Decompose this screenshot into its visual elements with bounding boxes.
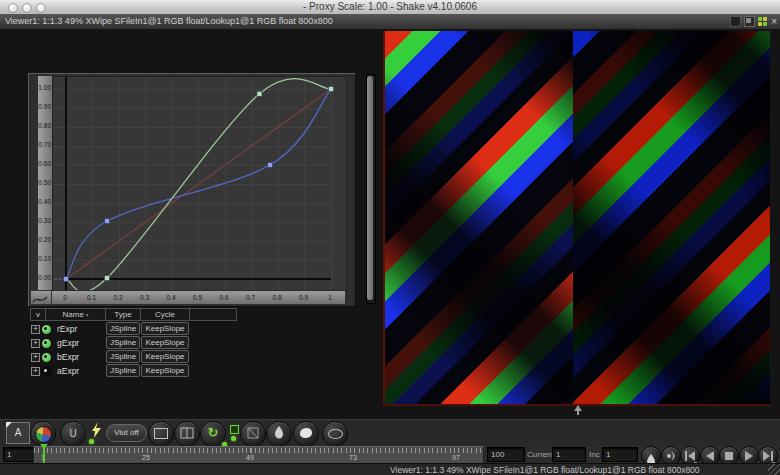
y-tick-label: 0.60 — [38, 160, 51, 167]
table-row[interactable]: +gExprJSplineKeepSlope — [30, 336, 237, 349]
x-tick-label: 0.1 — [87, 294, 96, 301]
cycle-dropdown[interactable]: KeepSlope — [141, 322, 189, 335]
timeline-frame-label: 25 — [142, 454, 150, 461]
render-bolt-indicator[interactable] — [90, 422, 104, 444]
x-tick-label: 0.2 — [113, 294, 122, 301]
resize-grip-icon[interactable] — [768, 464, 780, 475]
type-dropdown[interactable]: JSpline — [106, 350, 140, 363]
wipe-left-image[interactable] — [384, 31, 573, 404]
curve-name: bExpr — [57, 352, 79, 362]
flipbook-button[interactable] — [266, 421, 292, 447]
ellipse-icon — [328, 429, 343, 439]
color-wheel-icon — [35, 426, 52, 443]
table-header-Type[interactable]: Type — [106, 308, 141, 321]
table-row[interactable]: +bExprJSplineKeepSlope — [30, 350, 237, 363]
ellipse-button[interactable] — [322, 421, 348, 447]
x-tick-label: 0.3 — [140, 294, 149, 301]
cycle-dropdown[interactable]: KeepSlope — [141, 364, 189, 377]
y-tick-label: 0.50 — [38, 179, 51, 186]
curve-tool-button[interactable] — [30, 290, 52, 305]
curve-editor-scrollbar[interactable] — [366, 74, 376, 304]
table-header-v[interactable]: v — [30, 308, 46, 321]
blob-icon — [300, 428, 312, 438]
dod-button[interactable] — [240, 421, 266, 447]
shake-window: - Proxy Scale: 1.00 - Shake v4.10.0606 V… — [0, 0, 780, 475]
viewer-tab-bar: Viewer1: 1:1.3 49% XWipe SFileIn1@1 RGB … — [0, 14, 780, 30]
status-indicator[interactable] — [229, 422, 239, 444]
current-frame-field[interactable]: 1 — [552, 447, 586, 462]
type-dropdown[interactable]: JSpline — [106, 364, 140, 377]
table-row[interactable]: +rExprJSplineKeepSlope — [30, 322, 237, 335]
cycle-dropdown[interactable]: KeepSlope — [141, 336, 189, 349]
timeline-frame-label: 97 — [452, 454, 460, 461]
timeline-frame-label: 73 — [349, 454, 357, 461]
y-tick-label: 0.90 — [38, 103, 51, 110]
playhead-icon — [40, 444, 48, 449]
update-button[interactable]: U — [60, 421, 86, 447]
x-tick-label: 0.9 — [299, 294, 308, 301]
roi-button[interactable] — [148, 421, 174, 447]
inc-field[interactable]: 1 — [602, 447, 638, 462]
viewer-bar-icons: × — [730, 16, 777, 27]
window-title: - Proxy Scale: 1.00 - Shake v4.10.0606 — [0, 1, 780, 12]
grid-dots-icon[interactable] — [758, 17, 768, 27]
channel-visibility-icon[interactable] — [41, 324, 52, 335]
close-icon[interactable]: × — [771, 17, 777, 27]
y-tick-label: -0.00 — [36, 274, 51, 281]
curve-name: aExpr — [57, 366, 79, 376]
channel-visibility-icon[interactable] — [41, 352, 52, 363]
curve-name: gExpr — [57, 338, 79, 348]
type-dropdown[interactable]: JSpline — [106, 322, 140, 335]
timeline-ruler[interactable]: 25497397 1 — [33, 446, 484, 464]
expand-icon[interactable]: + — [31, 339, 40, 348]
timeline-frame-label: 49 — [246, 454, 254, 461]
curve-plot[interactable] — [52, 76, 347, 292]
compare-button[interactable] — [174, 421, 200, 447]
titlebar: - Proxy Scale: 1.00 - Shake v4.10.0606 — [0, 0, 780, 15]
table-row[interactable]: +aExprJSplineKeepSlope — [30, 364, 237, 377]
layers-icon[interactable] — [744, 16, 755, 27]
current-label: Current — [527, 450, 554, 459]
table-header-Name[interactable]: Name ▾ — [46, 308, 106, 321]
table-header-Cycle[interactable]: Cycle — [141, 308, 190, 321]
refresh-icon: ↻ — [208, 425, 219, 440]
viewer-info-text: Viewer1: 1:1.3 49% XWipe SFileIn1@1 RGB … — [5, 16, 333, 26]
broadcast-monitor-button[interactable]: A — [6, 422, 30, 444]
rectangle-icon — [154, 428, 168, 439]
x-tick-label: 0.4 — [166, 294, 175, 301]
vlut-button[interactable]: Vlut off — [106, 424, 147, 442]
y-tick-label: 0.40 — [38, 198, 51, 205]
y-tick-label: 0.70 — [38, 141, 51, 148]
curve-name: rExpr — [57, 324, 77, 334]
start-frame-field[interactable]: 1 — [3, 447, 35, 462]
cycle-dropdown[interactable]: KeepSlope — [141, 350, 189, 363]
y-tick-label: 1.00 — [38, 84, 51, 91]
status-bar: Viewer1: 1:1.3 49% XWipe SFileIn1@1 RGB … — [0, 463, 780, 475]
channel-visibility-icon[interactable] — [41, 338, 52, 349]
wipe-right-image[interactable] — [573, 31, 770, 404]
expand-icon[interactable]: + — [31, 353, 40, 362]
x-tick-label: 0.8 — [272, 294, 281, 301]
expand-icon[interactable]: + — [31, 367, 40, 376]
paint-button[interactable] — [293, 421, 319, 447]
wipe-handle-icon[interactable] — [572, 405, 584, 417]
playhead-label: 1 — [41, 454, 45, 461]
x-tick-label: 0 — [63, 294, 67, 301]
inc-label: Inc — [589, 450, 600, 459]
panel-icon[interactable] — [730, 16, 741, 27]
x-tick-label: 0.7 — [246, 294, 255, 301]
end-frame-field[interactable]: 100 — [487, 447, 525, 462]
y-tick-label: 0.20 — [38, 236, 51, 243]
viewer-toolbar: AUVlut off↻ — [0, 419, 780, 447]
expand-icon[interactable]: + — [31, 325, 40, 334]
x-tick-label: 0.5 — [193, 294, 202, 301]
y-tick-label: 0.30 — [38, 217, 51, 224]
type-dropdown[interactable]: JSpline — [106, 336, 140, 349]
channel-visibility-icon[interactable] — [41, 366, 52, 377]
y-tick-label: 0.10 — [38, 255, 51, 262]
y-axis-ruler[interactable]: 1.000.900.800.700.600.500.400.300.200.10… — [38, 76, 53, 290]
x-axis-ruler[interactable]: 00.10.20.30.40.50.60.70.80.91 — [52, 290, 345, 304]
lightning-icon — [90, 422, 102, 438]
y-tick-label: 0.80 — [38, 122, 51, 129]
update-mode-button[interactable]: ↻ — [200, 421, 226, 447]
